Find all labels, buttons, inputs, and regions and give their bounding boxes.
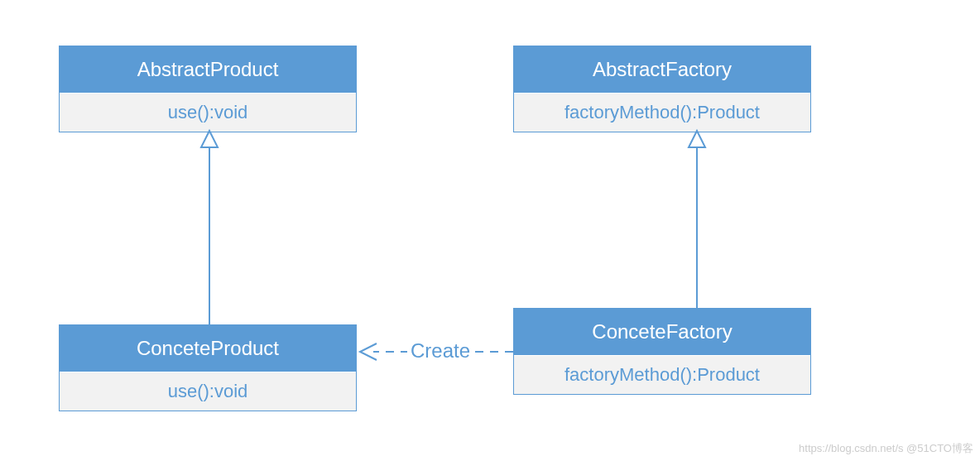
class-name: ConceteProduct xyxy=(60,325,356,372)
class-member: factoryMethod():Product xyxy=(514,93,810,132)
class-member: factoryMethod():Product xyxy=(514,355,810,394)
generalization-factory xyxy=(689,131,705,308)
generalization-product xyxy=(201,131,218,324)
class-concrete-product: ConceteProduct use():void xyxy=(59,324,357,411)
svg-marker-1 xyxy=(201,131,218,147)
class-name: AbstractFactory xyxy=(514,46,810,93)
svg-marker-3 xyxy=(689,131,705,147)
class-abstract-factory: AbstractFactory factoryMethod():Product xyxy=(513,46,811,132)
class-member: use():void xyxy=(60,93,356,132)
watermark-text: https://blog.csdn.net/s @51CTO博客 xyxy=(799,441,973,456)
class-concrete-factory: ConceteFactory factoryMethod():Product xyxy=(513,308,811,395)
dependency-label: Create xyxy=(407,339,473,363)
class-name: ConceteFactory xyxy=(514,309,810,355)
class-abstract-product: AbstractProduct use():void xyxy=(59,46,357,132)
class-name: AbstractProduct xyxy=(60,46,356,93)
class-member: use():void xyxy=(60,372,356,411)
